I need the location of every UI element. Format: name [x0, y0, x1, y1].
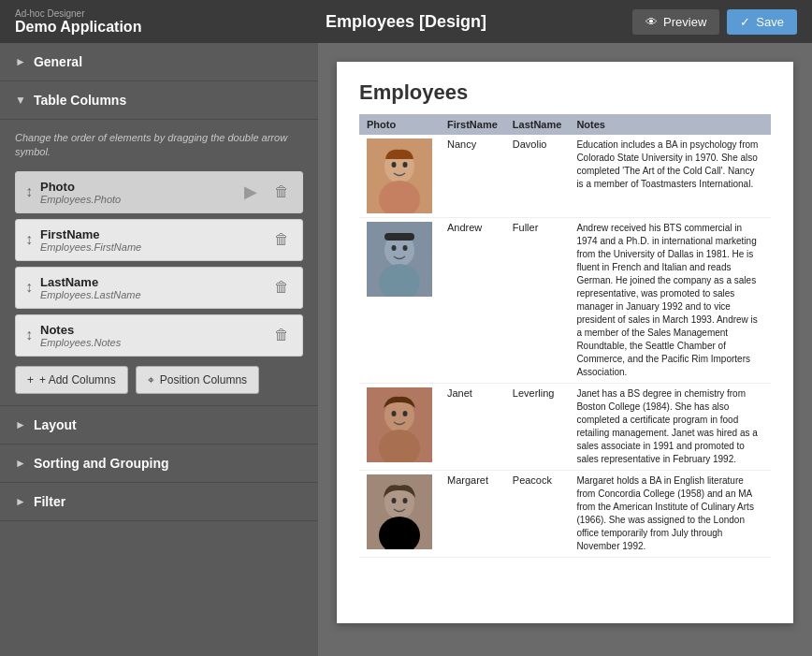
column-info-notes: Notes Employees.Notes	[40, 323, 263, 348]
sidebar-item-filter[interactable]: ► Filter	[0, 483, 318, 521]
firstname-cell: Nancy	[440, 135, 505, 218]
chevron-right-icon-sorting: ►	[15, 457, 26, 470]
report-table: Photo FirstName LastName Notes NancyDavo…	[359, 114, 771, 558]
col-header-photo: Photo	[359, 114, 440, 135]
column-row-firstname: ↕ FirstName Employees.FirstName 🗑	[15, 219, 303, 261]
table-row: NancyDavolioEducation includes a BA in p…	[359, 135, 771, 218]
app-subtitle: Ad-hoc Designer	[15, 8, 141, 19]
table-columns-label: Table Columns	[34, 93, 126, 108]
table-row: AndrewFullerAndrew received his BTS comm…	[359, 218, 771, 384]
drag-handle-lastname[interactable]: ↕	[25, 279, 33, 296]
column-name-photo: Photo	[40, 180, 237, 194]
notes-cell: Andrew received his BTS commercial in 19…	[569, 218, 771, 384]
section-actions: + + Add Columns ⌖ Position Columns	[15, 366, 303, 394]
position-columns-label: Position Columns	[160, 373, 247, 386]
svg-point-20	[403, 498, 408, 503]
preview-button[interactable]: 👁 Preview	[632, 9, 719, 35]
layout-label: Layout	[34, 417, 77, 432]
page-title: Employees [Design]	[326, 12, 486, 32]
sidebar: ► General ▼ Table Columns Change the ord…	[0, 43, 318, 656]
sidebar-item-table-columns[interactable]: ▼ Table Columns	[0, 81, 318, 120]
cursor-pointer-icon: ▶	[244, 182, 257, 202]
photo-cell	[359, 135, 440, 218]
photo-cell	[359, 218, 440, 384]
sidebar-item-general[interactable]: ► General	[0, 43, 318, 81]
position-icon: ⌖	[148, 373, 154, 386]
add-columns-label: + Add Columns	[39, 373, 116, 386]
chevron-right-icon-filter: ►	[15, 495, 26, 508]
drag-handle-photo[interactable]: ↕	[25, 183, 33, 200]
top-bar: Ad-hoc Designer Demo Application Employe…	[0, 0, 812, 43]
delete-firstname-button[interactable]: 🗑	[270, 229, 293, 250]
photo-cell	[359, 384, 440, 471]
plus-icon: +	[27, 373, 34, 386]
checkmark-icon: ✓	[740, 15, 750, 29]
svg-point-14	[392, 411, 397, 416]
position-columns-button[interactable]: ⌖ Position Columns	[136, 366, 259, 394]
notes-cell: Margaret holds a BA in English literatur…	[569, 471, 771, 558]
employee-photo	[367, 138, 432, 213]
firstname-cell: Andrew	[440, 218, 505, 384]
column-name-notes: Notes	[40, 323, 263, 337]
notes-cell: Education includes a BA in psychology fr…	[569, 135, 771, 218]
report-title: Employees	[359, 80, 771, 105]
sidebar-item-sorting-grouping[interactable]: ► Sorting and Grouping	[0, 445, 318, 483]
svg-point-3	[392, 162, 397, 168]
svg-point-4	[403, 162, 408, 168]
app-title: Demo Application	[15, 19, 141, 36]
column-row-lastname: ↕ LastName Employees.LastName 🗑	[15, 267, 303, 309]
column-info-firstname: FirstName Employees.FirstName	[40, 227, 263, 253]
svg-rect-10	[384, 233, 414, 241]
delete-notes-button[interactable]: 🗑	[270, 325, 293, 345]
svg-point-8	[392, 245, 397, 251]
svg-point-15	[403, 411, 408, 416]
delete-photo-button[interactable]: 🗑	[270, 182, 293, 202]
col-header-notes: Notes	[569, 114, 771, 135]
column-name-lastname: LastName	[40, 275, 263, 289]
firstname-cell: Margaret	[440, 471, 505, 558]
save-button[interactable]: ✓ Save	[727, 9, 797, 35]
filter-label: Filter	[34, 494, 65, 509]
column-name-firstname: FirstName	[40, 227, 263, 241]
column-info-photo: Photo Employees.Photo	[40, 180, 237, 205]
firstname-cell: Janet	[440, 384, 505, 471]
column-row-notes: ↕ Notes Employees.Notes 🗑	[15, 314, 303, 357]
chevron-down-icon: ▼	[15, 94, 26, 107]
drag-handle-notes[interactable]: ↕	[25, 327, 33, 343]
lastname-cell: Peacock	[505, 471, 570, 558]
main-layout: ► General ▼ Table Columns Change the ord…	[0, 43, 812, 656]
report-preview: Employees Photo FirstName LastName Notes	[337, 62, 793, 623]
content-area: Employees Photo FirstName LastName Notes	[318, 43, 812, 656]
table-row: JanetLeverlingJanet has a BS degree in c…	[359, 384, 771, 471]
general-label: General	[34, 54, 82, 69]
chevron-right-icon-layout: ►	[15, 418, 26, 431]
top-bar-actions: 👁 Preview ✓ Save	[632, 9, 797, 35]
column-source-notes: Employees.Notes	[40, 337, 263, 348]
delete-lastname-button[interactable]: 🗑	[270, 277, 293, 298]
svg-point-9	[403, 245, 408, 251]
column-row-photo: ↕ Photo Employees.Photo ▶ 🗑	[15, 171, 303, 213]
column-info-lastname: LastName Employees.LastName	[40, 275, 263, 300]
sidebar-item-layout[interactable]: ► Layout	[0, 406, 318, 445]
column-source-lastname: Employees.LastName	[40, 289, 263, 300]
col-header-lastname: LastName	[505, 114, 570, 135]
employee-photo	[367, 387, 432, 462]
photo-cell	[359, 471, 440, 558]
lastname-cell: Fuller	[505, 218, 570, 384]
column-source-photo: Employees.Photo	[40, 194, 237, 205]
employee-photo	[367, 474, 432, 549]
svg-point-19	[392, 498, 397, 503]
table-columns-body: Change the order of elements by dragging…	[0, 120, 318, 406]
add-columns-button[interactable]: + + Add Columns	[15, 366, 128, 394]
col-header-firstname: FirstName	[440, 114, 505, 135]
column-source-firstname: Employees.FirstName	[40, 241, 263, 253]
drag-hint: Change the order of elements by dragging…	[15, 131, 303, 160]
employee-photo	[367, 222, 432, 297]
notes-cell: Janet has a BS degree in chemistry from …	[569, 384, 771, 471]
eye-icon: 👁	[645, 15, 658, 29]
table-row: MargaretPeacockMargaret holds a BA in En…	[359, 471, 771, 558]
lastname-cell: Leverling	[505, 384, 570, 471]
app-title-block: Ad-hoc Designer Demo Application	[15, 8, 141, 36]
lastname-cell: Davolio	[505, 135, 570, 218]
drag-handle-firstname[interactable]: ↕	[25, 231, 33, 248]
